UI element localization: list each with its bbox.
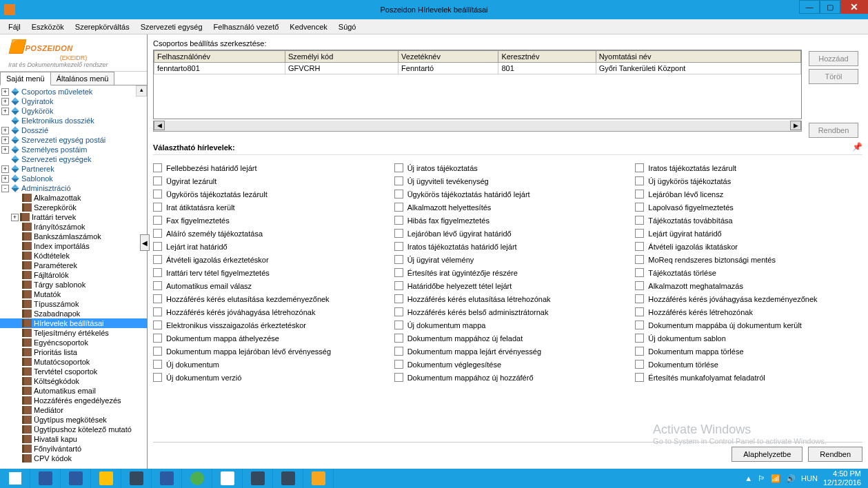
minimize-button[interactable]: — xyxy=(799,0,820,14)
newsletter-checkbox[interactable]: Dokumentum törlése xyxy=(635,360,862,369)
tree-item[interactable]: +Személyes postáim xyxy=(0,145,147,154)
menu-file[interactable]: Fájl xyxy=(3,21,26,33)
tray-icon-sound[interactable]: 🔊 xyxy=(786,474,796,483)
checkbox-icon[interactable] xyxy=(635,190,644,199)
newsletter-checkbox[interactable]: Új ügyirat vélemény xyxy=(394,255,622,264)
newsletter-checkbox[interactable]: Új iratos tájékoztatás xyxy=(394,163,622,172)
task-explorer[interactable] xyxy=(30,469,61,488)
table-header[interactable]: Felhasználónév xyxy=(154,51,285,63)
tray-icon-flag[interactable]: 🏳 xyxy=(758,474,765,482)
checkbox-icon[interactable] xyxy=(394,255,403,264)
tray-clock[interactable]: 4:50 PM 12/12/2016 xyxy=(823,469,861,487)
tree-item-child[interactable]: Mutatócsoportok xyxy=(0,357,147,367)
close-button[interactable]: ✕ xyxy=(840,0,868,14)
checkbox-icon[interactable] xyxy=(394,321,403,329)
checkbox-icon[interactable] xyxy=(635,360,644,369)
tree-item[interactable]: +Partnerek xyxy=(0,164,147,174)
reset-button[interactable]: Alaphelyzetbe xyxy=(731,447,803,462)
newsletter-checkbox[interactable]: Hozzáférés kérés jóváhagyása létrehozóna… xyxy=(153,307,381,316)
tree-expand-icon[interactable]: + xyxy=(1,98,9,105)
checkbox-icon[interactable] xyxy=(394,229,403,238)
newsletter-checkbox[interactable]: Ügykörös tájékoztatás lezárult xyxy=(153,190,381,199)
ok-button-bottom[interactable]: Rendben xyxy=(808,447,862,462)
menu-favorites[interactable]: Kedvencek xyxy=(284,21,332,33)
newsletter-checkbox[interactable]: Lejáróban lévő licensz xyxy=(635,190,862,199)
scroll-right-button[interactable]: ▶ xyxy=(790,121,801,130)
newsletter-checkbox[interactable]: Hozzáférés kérés létrehozónak xyxy=(635,307,862,316)
ok-button-top[interactable]: Rendben xyxy=(809,123,858,138)
newsletter-checkbox[interactable]: Hozzáférés kérés jóváhagyása kezdeményez… xyxy=(635,294,862,303)
tree-item-child[interactable]: Főnyilvántartó xyxy=(0,444,147,454)
checkbox-icon[interactable] xyxy=(153,294,162,303)
checkbox-icon[interactable] xyxy=(153,360,162,369)
newsletter-checkbox[interactable]: Új dokumentum mappa xyxy=(394,321,622,329)
newsletter-checkbox[interactable]: Új dokumentum sablon xyxy=(635,334,862,343)
newsletter-checkbox[interactable]: Új ügyviteli tevékenység xyxy=(394,176,622,185)
checkbox-icon[interactable] xyxy=(394,242,403,251)
checkbox-icon[interactable] xyxy=(635,163,644,172)
newsletter-checkbox[interactable]: Irat átiktatásra került xyxy=(153,203,381,212)
checkbox-icon[interactable] xyxy=(153,255,162,264)
newsletter-checkbox[interactable]: Tájékoztatás továbbítása xyxy=(635,216,862,225)
maximize-button[interactable]: ▢ xyxy=(820,0,840,14)
tree-item[interactable]: +Szervezeti egység postái xyxy=(0,135,147,145)
splitter-handle[interactable]: ◀ xyxy=(140,234,150,251)
table-header[interactable]: Keresztnév xyxy=(498,51,596,63)
checkbox-icon[interactable] xyxy=(153,334,162,343)
tree-item-child[interactable]: Paraméterek xyxy=(0,261,147,270)
tree-expand-icon[interactable]: - xyxy=(1,185,9,192)
checkbox-icon[interactable] xyxy=(153,229,162,238)
checkbox-icon[interactable] xyxy=(153,176,162,185)
newsletter-checkbox[interactable]: Alkalmazott meghatalmazás xyxy=(635,281,862,290)
checkbox-icon[interactable] xyxy=(153,373,162,382)
newsletter-checkbox[interactable]: Dokumentum mappa lejáróban lévő érvényes… xyxy=(153,347,381,356)
tree-item-child[interactable]: Fájltárolók xyxy=(0,270,147,280)
newsletter-checkbox[interactable]: Automatikus email válasz xyxy=(153,281,381,290)
checkbox-icon[interactable] xyxy=(153,242,162,251)
newsletter-checkbox[interactable]: Irattári terv tétel figyelmeztetés xyxy=(153,268,381,277)
menu-userleader[interactable]: Felhasználó vezető xyxy=(208,21,285,33)
checkbox-icon[interactable] xyxy=(153,163,162,172)
checkbox-icon[interactable] xyxy=(394,216,403,225)
pin-icon[interactable]: 📌 xyxy=(852,142,862,152)
newsletter-checkbox[interactable]: Dokumentum mappába új dokumentum került xyxy=(635,321,862,329)
newsletter-checkbox[interactable]: Lejárt ügyirat határidő xyxy=(635,229,862,238)
checkbox-icon[interactable] xyxy=(153,190,162,199)
tree-item-child[interactable]: Költségkódok xyxy=(0,376,147,386)
tree-item[interactable]: Szervezeti egységek xyxy=(0,154,147,164)
tree-item-child[interactable]: Ügytípushoz kötelező mutató xyxy=(0,425,147,434)
tree-expand-icon[interactable]: + xyxy=(1,108,9,115)
newsletter-checkbox[interactable]: Új dokumentum verzió xyxy=(153,373,381,382)
task-app6[interactable] xyxy=(273,469,303,488)
checkbox-icon[interactable] xyxy=(635,216,644,225)
start-button[interactable] xyxy=(0,469,30,488)
tree-expand-icon[interactable]: + xyxy=(1,146,9,154)
newsletter-checkbox[interactable]: Átvételi igazolás iktatáskor xyxy=(635,242,862,251)
tray-language[interactable]: HUN xyxy=(801,474,818,482)
tree-item-child[interactable]: Mediátor xyxy=(0,405,147,415)
table-header[interactable]: Nyomtatási név xyxy=(596,51,800,63)
tree-item-child[interactable]: CPV kódok xyxy=(0,454,147,463)
newsletter-checkbox[interactable]: Fellebbezési határidő lejárt xyxy=(153,163,381,172)
newsletter-checkbox[interactable]: Átvételi igazolás érkeztetéskor xyxy=(153,255,381,264)
checkbox-icon[interactable] xyxy=(635,176,644,185)
newsletter-checkbox[interactable]: Lejárt irat határidő xyxy=(153,242,381,251)
newsletter-checkbox[interactable]: Aláíró személy tájékoztatása xyxy=(153,229,381,238)
checkbox-icon[interactable] xyxy=(635,373,644,382)
newsletter-checkbox[interactable]: MoReq rendszeres biztonsági mentés xyxy=(635,255,862,264)
tray-icon-network[interactable]: 📶 xyxy=(771,474,780,483)
tree-expand-icon[interactable]: + xyxy=(11,214,19,221)
tree-item-child[interactable]: Alkalmazottak xyxy=(0,193,147,203)
newsletter-checkbox[interactable]: Dokumentum véglegesítése xyxy=(394,360,622,369)
delete-button[interactable]: Töröl xyxy=(809,69,858,84)
menu-rolechange[interactable]: Szerepkörváltás xyxy=(70,21,135,33)
tree-item-child[interactable]: Tervtétel csoportok xyxy=(0,367,147,376)
tree-item-child[interactable]: Index importálás xyxy=(0,241,147,251)
menu-help[interactable]: Súgó xyxy=(333,21,362,33)
tree-item-child[interactable]: Hivatali kapu xyxy=(0,434,147,444)
tree-item[interactable]: +Ügyiratok xyxy=(0,96,147,106)
newsletter-checkbox[interactable]: Dokumentum mappa áthelyezése xyxy=(153,334,381,343)
tray-icon-1[interactable]: ▲ xyxy=(745,474,752,482)
checkbox-icon[interactable] xyxy=(394,163,403,172)
checkbox-icon[interactable] xyxy=(153,347,162,356)
